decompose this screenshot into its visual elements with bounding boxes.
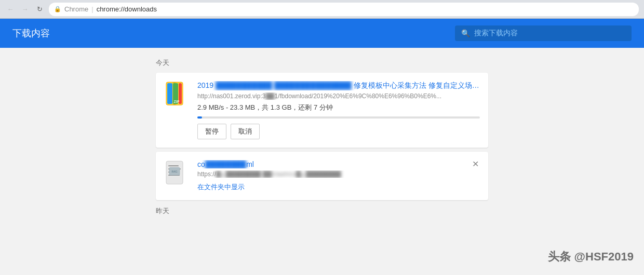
search-box[interactable]: 🔍 搜索下载内容 [455, 25, 632, 41]
download-url-2: https://█g.████████ ██/clash/co█g.██████… [197, 171, 480, 178]
download-url-1: http://nas001.zerod.vip:3██1/fbdownload/… [197, 93, 480, 100]
browser-bar: ← → ↻ 🔒 Chrome | chrome://downloads [0, 0, 644, 19]
progress-bar-fill-1 [197, 116, 202, 119]
pause-button[interactable]: 暂停 [197, 124, 226, 139]
file-icon-config: IMG [164, 160, 189, 185]
progress-bar-bg-1 [197, 116, 480, 119]
filename-suffix: 修复模板中心采集方法 修复自定义场景加载LOGO问题.zip [352, 81, 480, 89]
download-actions-1: 暂停 取消 [197, 124, 480, 139]
today-section-label: 今天 [156, 58, 488, 68]
svg-rect-4 [167, 83, 172, 104]
download-filename-2: co████████ml [197, 160, 480, 168]
download-status-1: 2.9 MB/s - 23.3 MB，共 1.3 GB，还剩 7 分钟 [197, 103, 480, 112]
close-button-2[interactable]: ✕ [469, 158, 482, 170]
lock-icon: 🔒 [54, 6, 61, 12]
search-icon: 🔍 [461, 29, 470, 37]
download-card-1: ZIP 2019 ███████████ ███████████████ 修复模… [156, 73, 488, 148]
yesterday-section-label: 昨天 [156, 206, 488, 216]
download-info-1: 2019 ███████████ ███████████████ 修复模板中心采… [197, 81, 480, 139]
filename2-suffix: ml [246, 160, 254, 168]
filename2-blurred: ████████ [205, 160, 246, 168]
filename-prefix: 2019 [197, 81, 216, 89]
address-url: chrome://downloads [97, 5, 157, 13]
svg-text:IMG: IMG [171, 170, 178, 173]
filename2-prefix: co [197, 160, 205, 168]
file-icon-zip: ZIP [164, 81, 189, 106]
back-button[interactable]: ← [5, 4, 16, 15]
download-filename-1: 2019 ███████████ ███████████████ 修复模板中心采… [197, 81, 480, 90]
forward-button[interactable]: → [20, 4, 30, 15]
svg-rect-10 [168, 165, 179, 166]
download-info-2: co████████ml https://█g.████████ ██/clas… [197, 160, 480, 192]
address-bar[interactable]: 🔒 Chrome | chrome://downloads [49, 3, 639, 16]
show-in-folder-link[interactable]: 在文件夹中显示 [197, 183, 245, 191]
download-card-2: IMG co████████ml https://█g.████████ ██/… [156, 152, 488, 200]
cancel-button[interactable]: 取消 [231, 124, 260, 139]
search-placeholder: 搜索下载内容 [474, 29, 518, 38]
back-icon: ← [7, 5, 14, 13]
main-content: 今天 ZIP 2019 ███████████ ███████████████ … [0, 48, 644, 275]
forward-icon: → [22, 5, 29, 13]
page-title: 下载内容 [12, 27, 50, 40]
reload-button[interactable]: ↻ [34, 4, 45, 15]
reload-icon: ↻ [37, 5, 43, 13]
browser-brand: Chrome [64, 5, 88, 13]
address-separator: | [91, 5, 93, 13]
page-header: 下载内容 🔍 搜索下载内容 [0, 19, 644, 48]
svg-text:ZIP: ZIP [174, 100, 180, 103]
filename-blurred: ███████████ ███████████████ [216, 81, 352, 89]
